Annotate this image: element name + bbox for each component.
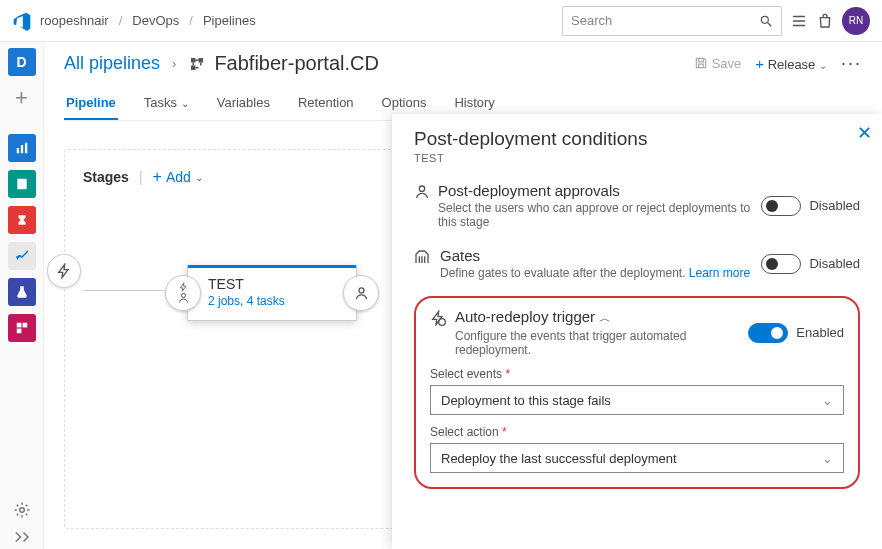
svg-point-13 xyxy=(439,319,446,326)
breadcrumb-org[interactable]: roopeshnair xyxy=(40,13,109,28)
add-stage-button[interactable]: + Add ⌄ xyxy=(153,168,203,186)
close-icon[interactable]: ✕ xyxy=(857,122,872,144)
approvals-desc: Select the users who can approve or reje… xyxy=(438,201,761,229)
svg-point-10 xyxy=(181,294,185,298)
settings-icon[interactable] xyxy=(13,501,31,519)
tab-retention[interactable]: Retention xyxy=(296,87,356,120)
breadcrumb: roopeshnair / DevOps / Pipelines xyxy=(40,13,256,28)
pipeline-name: Fabfiber-portal.CD xyxy=(188,52,379,75)
chevron-right-icon: › xyxy=(172,56,176,71)
post-deployment-panel: ✕ Post-deployment conditions TEST Post-d… xyxy=(392,114,882,549)
page-title-bar: All pipelines › Fabfiber-portal.CD Save … xyxy=(64,52,862,75)
section-gates: Gates Define gates to evaluate after the… xyxy=(414,247,860,280)
breadcrumb-area[interactable]: Pipelines xyxy=(203,13,256,28)
artifact-trigger-node[interactable] xyxy=(47,254,81,288)
search-placeholder: Search xyxy=(571,13,612,28)
search-input[interactable]: Search xyxy=(562,6,782,36)
stage-card-test[interactable]: TEST 2 jobs, 4 tasks xyxy=(187,265,357,321)
select-action-dropdown[interactable]: Redeploy the last successful deployment … xyxy=(430,443,844,473)
auto-redeploy-toggle[interactable] xyxy=(748,323,788,343)
rail-item-overview[interactable] xyxy=(8,314,36,342)
rail-item-repos[interactable] xyxy=(8,170,36,198)
tab-tasks[interactable]: Tasks ⌄ xyxy=(142,87,191,120)
person-icon xyxy=(414,184,430,200)
stage-jobs-link[interactable]: 2 jobs, 4 tasks xyxy=(208,294,336,308)
release-button[interactable]: + Release ⌄ xyxy=(755,55,827,72)
list-icon[interactable] xyxy=(790,12,808,30)
svg-rect-5 xyxy=(17,179,26,190)
select-events-dropdown[interactable]: Deployment to this stage fails ⌄ xyxy=(430,385,844,415)
rail-item-pipelines-active[interactable] xyxy=(8,242,36,270)
panel-stage-label: TEST xyxy=(414,152,860,164)
svg-rect-7 xyxy=(22,323,27,328)
stage-test-group: TEST 2 jobs, 4 tasks xyxy=(165,265,379,321)
svg-rect-8 xyxy=(16,329,21,334)
auto-redeploy-state: Enabled xyxy=(796,325,844,340)
approvals-title: Post-deployment approvals xyxy=(438,182,761,199)
rail-item-testplans[interactable] xyxy=(8,278,36,306)
chevron-down-icon: ⌄ xyxy=(822,451,833,466)
svg-rect-6 xyxy=(16,323,21,328)
save-button[interactable]: Save xyxy=(694,56,741,71)
svg-rect-4 xyxy=(24,143,26,154)
svg-rect-2 xyxy=(16,148,18,153)
shopping-bag-icon[interactable] xyxy=(816,12,834,30)
auto-redeploy-desc: Configure the events that trigger automa… xyxy=(455,329,748,357)
panel-title: Post-deployment conditions xyxy=(414,128,860,150)
avatar[interactable]: RN xyxy=(842,7,870,35)
pre-deployment-conditions-button[interactable] xyxy=(165,275,201,311)
rail-item-artifacts[interactable] xyxy=(8,206,36,234)
breadcrumb-project[interactable]: DevOps xyxy=(132,13,179,28)
svg-rect-3 xyxy=(20,145,22,153)
approvals-state: Disabled xyxy=(809,198,860,213)
global-header: roopeshnair / DevOps / Pipelines Search … xyxy=(0,0,882,42)
tab-pipeline[interactable]: Pipeline xyxy=(64,87,118,120)
svg-line-1 xyxy=(768,22,772,26)
more-actions-button[interactable]: ··· xyxy=(841,53,862,74)
collapse-icon[interactable] xyxy=(13,531,31,543)
rail-item-boards[interactable] xyxy=(8,134,36,162)
trigger-icon xyxy=(430,310,447,326)
select-events-label: Select events * xyxy=(430,367,844,381)
gates-title: Gates xyxy=(440,247,750,264)
all-pipelines-link[interactable]: All pipelines xyxy=(64,53,160,74)
gates-state: Disabled xyxy=(809,256,860,271)
stages-heading: Stages xyxy=(83,169,129,185)
stage-name: TEST xyxy=(208,276,336,292)
gates-learn-more-link[interactable]: Learn more xyxy=(689,266,750,280)
chevron-down-icon: ⌄ xyxy=(822,393,833,408)
search-icon xyxy=(759,14,773,28)
select-action-label: Select action * xyxy=(430,425,844,439)
svg-point-11 xyxy=(359,287,364,292)
tab-variables[interactable]: Variables xyxy=(215,87,272,120)
azure-devops-logo-icon xyxy=(12,11,32,31)
pipeline-icon xyxy=(188,55,206,73)
section-auto-redeploy: Auto-redeploy trigger ︿ Configure the ev… xyxy=(414,296,860,489)
rail-project-icon[interactable]: D xyxy=(8,48,36,76)
auto-redeploy-title[interactable]: Auto-redeploy trigger ︿ xyxy=(455,308,748,327)
left-nav-rail: D + xyxy=(0,42,44,549)
post-deployment-conditions-button[interactable] xyxy=(343,275,379,311)
gates-desc: Define gates to evaluate after the deplo… xyxy=(440,266,750,280)
svg-point-9 xyxy=(19,508,24,513)
section-approvals: Post-deployment approvals Select the use… xyxy=(414,182,860,229)
gates-icon xyxy=(414,249,432,265)
svg-point-12 xyxy=(419,186,424,191)
chevron-up-icon: ︿ xyxy=(599,311,611,325)
rail-add-icon[interactable]: + xyxy=(8,84,36,112)
gates-toggle[interactable] xyxy=(761,254,801,274)
svg-point-0 xyxy=(761,16,768,23)
approvals-toggle[interactable] xyxy=(761,196,801,216)
